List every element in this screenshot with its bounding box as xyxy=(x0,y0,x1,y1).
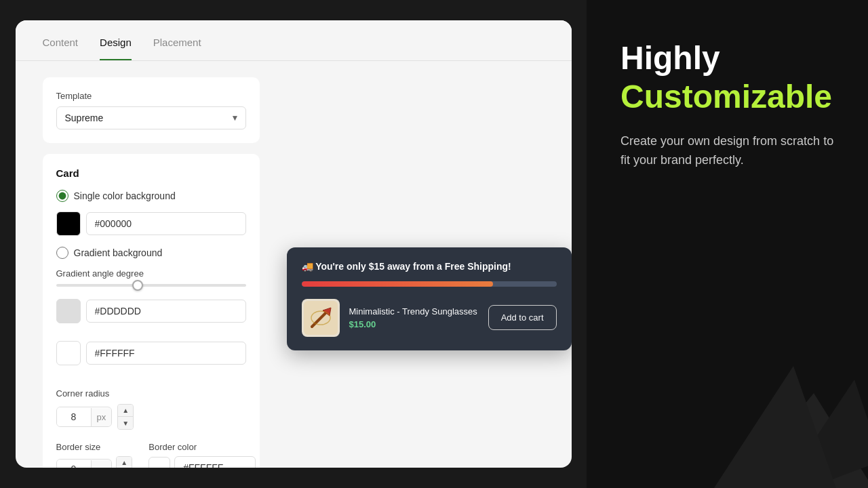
template-select[interactable]: Supreme xyxy=(56,106,246,129)
slider-thumb[interactable] xyxy=(132,280,143,291)
color-row xyxy=(56,211,246,236)
product-image-svg xyxy=(304,301,338,335)
border-size-increment[interactable]: ▲ xyxy=(117,457,132,468)
product-card-preview: 🚚 You're only $15 away from a Free Shipp… xyxy=(287,247,572,350)
gradient-color2-row xyxy=(56,341,246,365)
color-swatch[interactable] xyxy=(56,211,81,236)
border-size-spinner: ▲ ▼ xyxy=(116,456,132,468)
description-text: Create your own design from scratch to f… xyxy=(620,131,834,171)
border-color-group: Border color xyxy=(149,442,256,468)
template-select-wrapper: Supreme ▼ xyxy=(56,106,246,129)
single-color-radio[interactable] xyxy=(56,190,68,202)
gradient-color1-row xyxy=(56,299,246,323)
gradient-radio-row: Gradient background xyxy=(56,247,246,259)
template-label: Template xyxy=(56,91,246,101)
tab-placement[interactable]: Placement xyxy=(153,37,201,60)
border-color-label: Border color xyxy=(149,442,256,452)
border-color-swatch[interactable] xyxy=(149,457,170,468)
corner-radius-input-group: px xyxy=(56,407,113,427)
decorative-triangles xyxy=(705,325,868,488)
gradient-swatch-2[interactable] xyxy=(56,341,81,365)
card-section: Card Single color background Grad xyxy=(43,154,260,468)
slider-track xyxy=(56,284,246,287)
card-section-title: Card xyxy=(56,167,246,179)
gradient-angle-slider[interactable] xyxy=(56,284,246,287)
border-size-input[interactable] xyxy=(57,460,91,468)
product-info: Minimalistic - Trendy Sunglasses $15.00 xyxy=(349,306,479,329)
border-row: Border size px ▲ ▼ xyxy=(56,442,246,468)
add-to-cart-button[interactable]: Add to cart xyxy=(488,305,557,330)
gradient-angle-label: Gradient angle degree xyxy=(56,268,246,279)
border-size-label: Border size xyxy=(56,442,133,452)
color-hex-input[interactable] xyxy=(86,212,246,235)
shipping-text: 🚚 You're only $15 away from a Free Shipp… xyxy=(302,261,511,272)
template-section: Template Supreme ▼ xyxy=(43,77,260,143)
headline-line2: Customizable xyxy=(620,79,834,115)
preview-area: 🚚 You're only $15 away from a Free Shipp… xyxy=(287,77,572,468)
product-price: $15.00 xyxy=(349,319,479,329)
corner-radius-increment[interactable]: ▲ xyxy=(118,405,133,417)
corner-radius-label: Corner radius xyxy=(56,388,246,399)
gradient-label-text: Gradient background xyxy=(74,247,163,258)
gradient-hex-input-1[interactable] xyxy=(86,300,246,323)
tab-content[interactable]: Content xyxy=(43,37,79,60)
tab-bar: Content Design Placement xyxy=(16,20,572,61)
border-color-input-row xyxy=(149,456,256,468)
corner-radius-decrement[interactable]: ▼ xyxy=(118,417,133,429)
progress-bar-fill xyxy=(302,281,493,287)
product-name: Minimalistic - Trendy Sunglasses xyxy=(349,306,479,317)
corner-radius-row: px ▲ ▼ xyxy=(56,404,246,430)
gradient-hex-input-2[interactable] xyxy=(86,342,246,365)
corner-radius-spinner: ▲ ▼ xyxy=(117,404,134,430)
right-panel: Highly Customizable Create your own desi… xyxy=(587,0,868,488)
tab-design[interactable]: Design xyxy=(100,37,132,60)
border-size-group: Border size px ▲ ▼ xyxy=(56,442,133,468)
border-color-input[interactable] xyxy=(174,456,256,468)
headline-line1: Highly xyxy=(620,41,834,77)
gradient-swatch-1[interactable] xyxy=(56,299,81,323)
single-color-radio-row: Single color background xyxy=(56,190,246,202)
shipping-banner: 🚚 You're only $15 away from a Free Shipp… xyxy=(302,261,557,272)
product-image xyxy=(302,299,340,337)
corner-radius-input[interactable] xyxy=(57,407,91,426)
corner-radius-unit: px xyxy=(91,408,112,426)
main-content: Template Supreme ▼ Card Single color bac xyxy=(16,61,572,468)
product-row: Minimalistic - Trendy Sunglasses $15.00 … xyxy=(302,299,557,337)
settings-card: Content Design Placement Template Suprem… xyxy=(16,20,572,468)
progress-bar-container xyxy=(302,281,557,287)
gradient-radio[interactable] xyxy=(56,247,68,259)
border-size-unit: px xyxy=(91,460,112,468)
left-panel: Content Design Placement Template Suprem… xyxy=(0,0,587,488)
settings-panel: Template Supreme ▼ Card Single color bac xyxy=(43,77,260,468)
single-color-label: Single color background xyxy=(74,190,176,201)
border-size-field-group: px xyxy=(56,459,113,468)
gradient-colors xyxy=(56,299,246,376)
border-size-input-row: px ▲ ▼ xyxy=(56,456,133,468)
